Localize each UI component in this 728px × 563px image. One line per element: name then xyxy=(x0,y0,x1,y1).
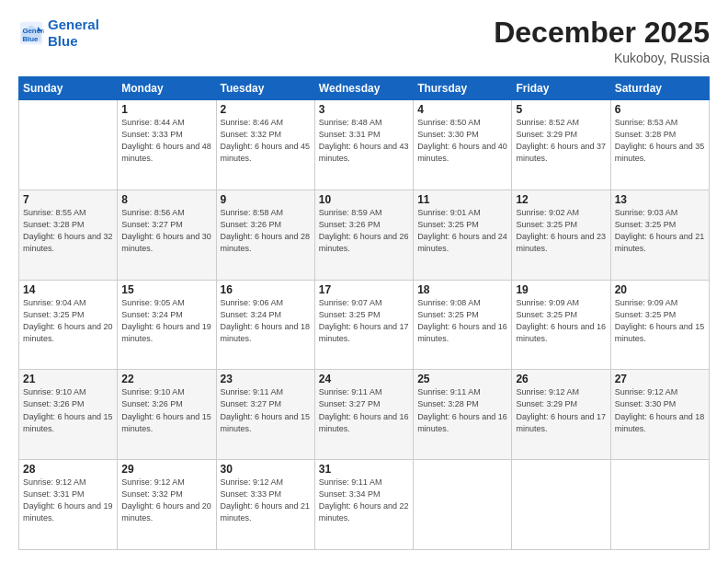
day-number: 21 xyxy=(23,373,113,385)
day-number: 25 xyxy=(417,373,507,385)
day-info: Sunrise: 9:12 AMSunset: 3:29 PMDaylight:… xyxy=(516,386,606,434)
calendar-cell: 23Sunrise: 9:11 AMSunset: 3:27 PMDayligh… xyxy=(216,370,314,460)
day-info: Sunrise: 9:12 AMSunset: 3:30 PMDaylight:… xyxy=(615,386,705,434)
day-number: 23 xyxy=(221,373,311,385)
day-number: 17 xyxy=(319,283,409,296)
day-number: 10 xyxy=(319,193,409,206)
day-number: 6 xyxy=(615,103,705,116)
day-number: 30 xyxy=(221,463,311,476)
calendar-week-3: 14Sunrise: 9:04 AMSunset: 3:25 PMDayligh… xyxy=(19,280,710,370)
day-info: Sunrise: 9:12 AMSunset: 3:31 PMDaylight:… xyxy=(23,477,113,524)
calendar-cell xyxy=(512,460,610,550)
calendar-cell: 14Sunrise: 9:04 AMSunset: 3:25 PMDayligh… xyxy=(19,280,118,370)
calendar-cell: 15Sunrise: 9:05 AMSunset: 3:24 PMDayligh… xyxy=(118,280,216,370)
calendar-table: SundayMondayTuesdayWednesdayThursdayFrid… xyxy=(18,76,710,550)
day-info: Sunrise: 9:11 AMSunset: 3:27 PMDaylight:… xyxy=(319,386,409,434)
logo-general: General xyxy=(48,17,99,33)
col-header-thursday: Thursday xyxy=(414,77,512,100)
day-number: 29 xyxy=(121,463,211,476)
calendar-cell: 17Sunrise: 9:07 AMSunset: 3:25 PMDayligh… xyxy=(314,280,413,370)
calendar-cell: 31Sunrise: 9:11 AMSunset: 3:34 PMDayligh… xyxy=(314,460,413,550)
day-info: Sunrise: 9:09 AMSunset: 3:25 PMDaylight:… xyxy=(615,297,705,345)
col-header-sunday: Sunday xyxy=(19,77,118,100)
day-number: 18 xyxy=(417,283,507,296)
day-info: Sunrise: 8:56 AMSunset: 3:27 PMDaylight:… xyxy=(121,207,211,255)
day-number: 27 xyxy=(615,373,705,385)
day-info: Sunrise: 9:07 AMSunset: 3:25 PMDaylight:… xyxy=(319,297,409,345)
calendar-cell: 22Sunrise: 9:10 AMSunset: 3:26 PMDayligh… xyxy=(118,370,216,460)
day-number: 8 xyxy=(121,193,211,206)
day-number: 28 xyxy=(23,463,113,476)
day-info: Sunrise: 8:53 AMSunset: 3:28 PMDaylight:… xyxy=(615,117,705,165)
col-header-friday: Friday xyxy=(512,77,610,100)
calendar-cell: 21Sunrise: 9:10 AMSunset: 3:26 PMDayligh… xyxy=(19,370,118,460)
header: General Blue General Blue December 2025 … xyxy=(18,17,710,65)
calendar-cell: 2Sunrise: 8:46 AMSunset: 3:32 PMDaylight… xyxy=(216,100,314,190)
day-number: 13 xyxy=(615,193,705,206)
title-block: December 2025 Kukoboy, Russia xyxy=(494,17,710,65)
col-header-tuesday: Tuesday xyxy=(216,77,314,100)
day-number: 16 xyxy=(221,283,311,296)
calendar-cell: 25Sunrise: 9:11 AMSunset: 3:28 PMDayligh… xyxy=(414,370,512,460)
svg-text:Blue: Blue xyxy=(22,35,39,43)
calendar-week-1: 1Sunrise: 8:44 AMSunset: 3:33 PMDaylight… xyxy=(19,100,710,190)
calendar-cell: 8Sunrise: 8:56 AMSunset: 3:27 PMDaylight… xyxy=(118,190,216,280)
calendar-cell: 3Sunrise: 8:48 AMSunset: 3:31 PMDaylight… xyxy=(314,100,413,190)
day-number: 9 xyxy=(221,193,311,206)
day-info: Sunrise: 9:01 AMSunset: 3:25 PMDaylight:… xyxy=(417,207,507,255)
day-info: Sunrise: 9:03 AMSunset: 3:25 PMDaylight:… xyxy=(615,207,705,255)
day-info: Sunrise: 9:11 AMSunset: 3:34 PMDaylight:… xyxy=(319,477,409,524)
calendar-cell: 11Sunrise: 9:01 AMSunset: 3:25 PMDayligh… xyxy=(414,190,512,280)
calendar-cell: 16Sunrise: 9:06 AMSunset: 3:24 PMDayligh… xyxy=(216,280,314,370)
calendar-cell: 26Sunrise: 9:12 AMSunset: 3:29 PMDayligh… xyxy=(512,370,610,460)
day-info: Sunrise: 9:06 AMSunset: 3:24 PMDaylight:… xyxy=(221,297,311,345)
day-info: Sunrise: 9:04 AMSunset: 3:25 PMDaylight:… xyxy=(23,297,113,345)
day-info: Sunrise: 9:11 AMSunset: 3:27 PMDaylight:… xyxy=(221,386,311,434)
calendar-cell: 4Sunrise: 8:50 AMSunset: 3:30 PMDaylight… xyxy=(414,100,512,190)
day-number: 2 xyxy=(221,103,311,116)
day-info: Sunrise: 9:12 AMSunset: 3:33 PMDaylight:… xyxy=(221,477,311,524)
calendar-week-2: 7Sunrise: 8:55 AMSunset: 3:28 PMDaylight… xyxy=(19,190,710,280)
calendar-cell: 30Sunrise: 9:12 AMSunset: 3:33 PMDayligh… xyxy=(216,460,314,550)
calendar-cell: 20Sunrise: 9:09 AMSunset: 3:25 PMDayligh… xyxy=(610,280,709,370)
day-number: 5 xyxy=(516,103,606,116)
col-header-saturday: Saturday xyxy=(610,77,709,100)
logo-blue: Blue xyxy=(48,33,99,50)
page: General Blue General Blue December 2025 … xyxy=(0,0,728,563)
calendar-cell xyxy=(610,460,709,550)
calendar-cell: 10Sunrise: 8:59 AMSunset: 3:26 PMDayligh… xyxy=(314,190,413,280)
day-number: 26 xyxy=(516,373,606,385)
day-info: Sunrise: 9:10 AMSunset: 3:26 PMDaylight:… xyxy=(121,386,211,434)
calendar-cell: 28Sunrise: 9:12 AMSunset: 3:31 PMDayligh… xyxy=(19,460,118,550)
day-number: 19 xyxy=(516,283,606,296)
day-number: 20 xyxy=(615,283,705,296)
calendar-cell: 13Sunrise: 9:03 AMSunset: 3:25 PMDayligh… xyxy=(610,190,709,280)
day-number: 12 xyxy=(516,193,606,206)
day-info: Sunrise: 9:02 AMSunset: 3:25 PMDaylight:… xyxy=(516,207,606,255)
calendar-cell: 1Sunrise: 8:44 AMSunset: 3:33 PMDaylight… xyxy=(118,100,216,190)
logo-icon: General Blue xyxy=(18,20,44,46)
day-number: 15 xyxy=(121,283,211,296)
day-number: 7 xyxy=(23,193,113,206)
day-number: 1 xyxy=(121,103,211,116)
calendar-cell: 12Sunrise: 9:02 AMSunset: 3:25 PMDayligh… xyxy=(512,190,610,280)
calendar-cell: 18Sunrise: 9:08 AMSunset: 3:25 PMDayligh… xyxy=(414,280,512,370)
day-number: 14 xyxy=(23,283,113,296)
day-info: Sunrise: 8:44 AMSunset: 3:33 PMDaylight:… xyxy=(121,117,211,165)
day-number: 31 xyxy=(319,463,409,476)
calendar-cell: 27Sunrise: 9:12 AMSunset: 3:30 PMDayligh… xyxy=(610,370,709,460)
col-header-monday: Monday xyxy=(118,77,216,100)
day-number: 24 xyxy=(319,373,409,385)
day-info: Sunrise: 8:46 AMSunset: 3:32 PMDaylight:… xyxy=(221,117,311,165)
calendar-week-5: 28Sunrise: 9:12 AMSunset: 3:31 PMDayligh… xyxy=(19,460,710,550)
day-info: Sunrise: 9:09 AMSunset: 3:25 PMDaylight:… xyxy=(516,297,606,345)
day-number: 3 xyxy=(319,103,409,116)
calendar-cell: 19Sunrise: 9:09 AMSunset: 3:25 PMDayligh… xyxy=(512,280,610,370)
day-info: Sunrise: 8:50 AMSunset: 3:30 PMDaylight:… xyxy=(417,117,507,165)
day-number: 11 xyxy=(417,193,507,206)
day-info: Sunrise: 9:11 AMSunset: 3:28 PMDaylight:… xyxy=(417,386,507,434)
calendar-cell: 6Sunrise: 8:53 AMSunset: 3:28 PMDaylight… xyxy=(610,100,709,190)
calendar-cell: 9Sunrise: 8:58 AMSunset: 3:26 PMDaylight… xyxy=(216,190,314,280)
calendar-week-4: 21Sunrise: 9:10 AMSunset: 3:26 PMDayligh… xyxy=(19,370,710,460)
day-info: Sunrise: 9:05 AMSunset: 3:24 PMDaylight:… xyxy=(121,297,211,345)
